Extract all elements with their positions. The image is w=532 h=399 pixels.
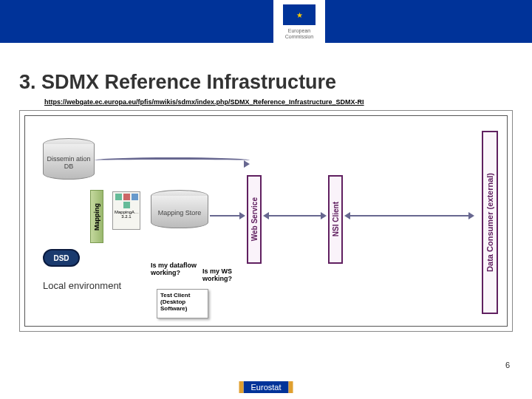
test-client-box: Test Client (Desktop Software)	[157, 289, 208, 318]
eu-flag-icon: ★	[283, 4, 316, 25]
local-environment-label: Local environment	[43, 280, 121, 292]
arrow-nsi-dc	[344, 212, 474, 219]
page-number: 6	[505, 361, 510, 369]
page-title: 3. SDMX Reference Infrastructure	[19, 71, 513, 94]
test-client-label: Test Client (Desktop Software)	[160, 292, 190, 312]
web-service-bar: Web Service	[247, 175, 262, 264]
dsd-label: DSD	[53, 254, 69, 262]
ec-logo-text: European Commission	[273, 28, 325, 39]
diagram-frame-inner: Dissemin ation DB Mapping MappingA… 3.2.…	[24, 115, 508, 327]
web-service-label: Web Service	[250, 197, 259, 241]
arrow-db-ws	[95, 160, 250, 168]
mapping-store-db: Mapping Store	[151, 190, 208, 228]
reference-url[interactable]: https://webgate.ec.europa.eu/fpfis/mwiki…	[0, 98, 532, 110]
ec-logo: ★ European Commission	[273, 0, 325, 70]
diagram-frame-outer: Dissemin ation DB Mapping MappingA… 3.2.…	[19, 110, 513, 332]
dsd-box: DSD	[43, 249, 80, 267]
mapping-store-label: Mapping Store	[155, 204, 205, 220]
data-consumer-label: Data Consumer (external)	[485, 173, 494, 272]
mapping-label: Mapping	[93, 203, 100, 231]
dissemination-db-label: Dissemin ation DB	[44, 150, 94, 174]
title-row: 3. SDMX Reference Infrastructure	[0, 43, 532, 98]
nsi-client-bar: NSI Client	[328, 175, 343, 264]
mapping-app-box: MappingA… 3.2.1	[112, 191, 140, 230]
header-band: ★ European Commission	[0, 0, 532, 43]
mapping-column: Mapping	[90, 190, 103, 243]
question-dataflow: Is my dataflow working?	[151, 262, 202, 277]
question-ws: Is my WS working?	[202, 268, 254, 283]
nsi-client-label: NSI Client	[332, 202, 340, 236]
arrow-mapping-ws	[210, 212, 245, 219]
mapping-app-label: MappingA… 3.2.1	[115, 210, 138, 219]
footer-brand: Eurostat	[244, 381, 289, 393]
dissemination-db: Dissemin ation DB	[43, 138, 95, 180]
data-consumer-bar: Data Consumer (external)	[482, 131, 498, 314]
arrow-ws-nsi	[263, 212, 327, 219]
